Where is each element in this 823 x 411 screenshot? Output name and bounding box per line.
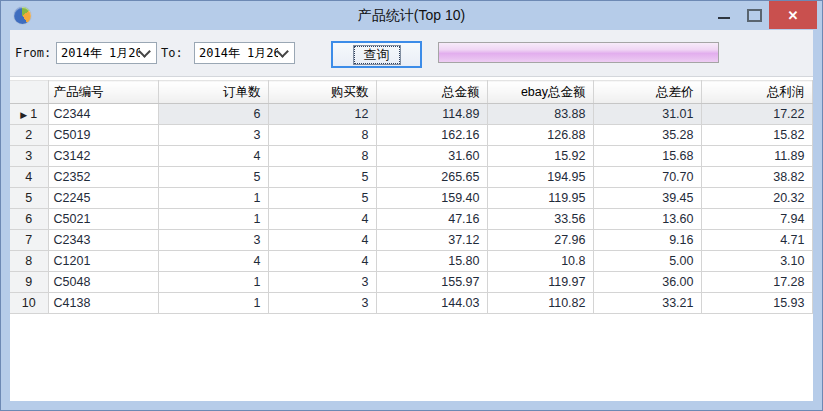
table-cell[interactable]: 1 xyxy=(158,188,268,209)
table-cell[interactable]: 1 xyxy=(158,209,268,230)
table-cell[interactable]: 33.56 xyxy=(487,209,593,230)
row-header[interactable]: 7 xyxy=(10,230,48,251)
table-cell[interactable]: 3 xyxy=(158,230,268,251)
table-cell[interactable]: 9.16 xyxy=(593,230,701,251)
column-header[interactable]: 总差价 xyxy=(593,81,701,104)
row-header[interactable]: 8 xyxy=(10,251,48,272)
table-cell[interactable]: 37.12 xyxy=(376,230,487,251)
table-cell[interactable]: 7.94 xyxy=(701,209,812,230)
table-cell[interactable]: 3 xyxy=(268,293,376,314)
table-cell[interactable]: C3142 xyxy=(48,146,158,167)
table-cell[interactable]: 35.28 xyxy=(593,125,701,146)
column-header[interactable]: 总金额 xyxy=(376,81,487,104)
table-cell[interactable]: C5019 xyxy=(48,125,158,146)
progress-fill xyxy=(439,43,718,62)
row-header[interactable]: 10 xyxy=(10,293,48,314)
table-cell[interactable]: 265.65 xyxy=(376,167,487,188)
table-cell[interactable]: 5 xyxy=(268,167,376,188)
table-cell[interactable]: 5.00 xyxy=(593,251,701,272)
table-row: 8C12014415.8010.85.003.10 xyxy=(10,251,812,272)
table-cell[interactable]: 4.71 xyxy=(701,230,812,251)
table-cell[interactable]: 5 xyxy=(158,167,268,188)
table-cell[interactable]: 33.21 xyxy=(593,293,701,314)
client-area: From: 2014年 1月20日 To: 2014年 1月26日 查询 产品编… xyxy=(10,30,813,401)
data-grid: 产品编号订单数购买数总金额ebay总金额总差价总利润 ▶1C2344612114… xyxy=(10,80,813,314)
table-cell[interactable]: 3 xyxy=(268,272,376,293)
table-cell[interactable]: C2352 xyxy=(48,167,158,188)
table-cell[interactable]: 110.82 xyxy=(487,293,593,314)
table-cell[interactable]: C5021 xyxy=(48,209,158,230)
table-cell[interactable]: 4 xyxy=(268,230,376,251)
row-header[interactable]: 2 xyxy=(10,125,48,146)
table-cell[interactable]: 31.60 xyxy=(376,146,487,167)
from-date-picker[interactable]: 2014年 1月20日 xyxy=(56,42,157,64)
table-cell[interactable]: 39.45 xyxy=(593,188,701,209)
row-header[interactable]: 4 xyxy=(10,167,48,188)
table-cell[interactable]: C1201 xyxy=(48,251,158,272)
table-cell[interactable]: 8 xyxy=(268,125,376,146)
table-cell[interactable]: 3 xyxy=(158,125,268,146)
table-cell[interactable]: 155.97 xyxy=(376,272,487,293)
table-cell[interactable]: 36.00 xyxy=(593,272,701,293)
table-cell[interactable]: 13.60 xyxy=(593,209,701,230)
table-cell[interactable]: 70.70 xyxy=(593,167,701,188)
table-cell[interactable]: 144.03 xyxy=(376,293,487,314)
table-cell[interactable]: 17.22 xyxy=(701,104,812,125)
table-cell[interactable]: 15.82 xyxy=(701,125,812,146)
table-cell[interactable]: 17.28 xyxy=(701,272,812,293)
row-header[interactable]: 6 xyxy=(10,209,48,230)
table-cell[interactable]: 4 xyxy=(268,251,376,272)
table-cell[interactable]: 4 xyxy=(268,209,376,230)
table-cell[interactable]: 38.82 xyxy=(701,167,812,188)
table-cell[interactable]: C4138 xyxy=(48,293,158,314)
column-header[interactable]: ebay总金额 xyxy=(487,81,593,104)
table-cell[interactable]: 162.16 xyxy=(376,125,487,146)
table-cell[interactable]: 83.88 xyxy=(487,104,593,125)
table-cell[interactable]: 3.10 xyxy=(701,251,812,272)
table-cell[interactable]: 126.88 xyxy=(487,125,593,146)
chevron-down-icon xyxy=(276,45,289,58)
table-cell[interactable]: 8 xyxy=(268,146,376,167)
titlebar[interactable]: 产品统计(Top 10) ✕ xyxy=(1,1,822,30)
table-cell[interactable]: 159.40 xyxy=(376,188,487,209)
table-cell[interactable]: 1 xyxy=(158,272,268,293)
query-button[interactable]: 查询 xyxy=(331,41,422,68)
table-cell[interactable]: 20.32 xyxy=(701,188,812,209)
table-cell[interactable]: C2343 xyxy=(48,230,158,251)
close-button[interactable]: ✕ xyxy=(769,1,817,29)
table-cell[interactable]: 119.97 xyxy=(487,272,593,293)
column-header[interactable]: 订单数 xyxy=(158,81,268,104)
table-cell[interactable]: 119.95 xyxy=(487,188,593,209)
row-header[interactable]: 3 xyxy=(10,146,48,167)
corner-header[interactable] xyxy=(10,81,48,104)
table-cell[interactable]: 15.80 xyxy=(376,251,487,272)
to-date-picker[interactable]: 2014年 1月26日 xyxy=(194,42,295,64)
table-cell[interactable]: 194.95 xyxy=(487,167,593,188)
table-cell[interactable]: C2344 xyxy=(48,104,158,125)
table-cell[interactable]: 15.92 xyxy=(487,146,593,167)
table-cell[interactable]: 5 xyxy=(268,188,376,209)
table-cell[interactable]: 12 xyxy=(268,104,376,125)
column-header[interactable]: 购买数 xyxy=(268,81,376,104)
minimize-button[interactable] xyxy=(709,1,739,29)
table-cell[interactable]: 31.01 xyxy=(593,104,701,125)
table-cell[interactable]: 6 xyxy=(158,104,268,125)
table-cell[interactable]: 47.16 xyxy=(376,209,487,230)
table-cell[interactable]: 15.93 xyxy=(701,293,812,314)
column-header[interactable]: 总利润 xyxy=(701,81,812,104)
table-cell[interactable]: C2245 xyxy=(48,188,158,209)
table-cell[interactable]: 15.68 xyxy=(593,146,701,167)
row-header[interactable]: 9 xyxy=(10,272,48,293)
row-header[interactable]: 5 xyxy=(10,188,48,209)
table-cell[interactable]: 11.89 xyxy=(701,146,812,167)
table-cell[interactable]: 1 xyxy=(158,293,268,314)
table-cell[interactable]: 4 xyxy=(158,146,268,167)
table-cell[interactable]: C5048 xyxy=(48,272,158,293)
maximize-button[interactable] xyxy=(739,1,769,29)
table-cell[interactable]: 27.96 xyxy=(487,230,593,251)
table-cell[interactable]: 4 xyxy=(158,251,268,272)
row-header[interactable]: ▶1 xyxy=(10,104,48,125)
table-cell[interactable]: 114.89 xyxy=(376,104,487,125)
column-header[interactable]: 产品编号 xyxy=(48,81,158,104)
table-cell[interactable]: 10.8 xyxy=(487,251,593,272)
